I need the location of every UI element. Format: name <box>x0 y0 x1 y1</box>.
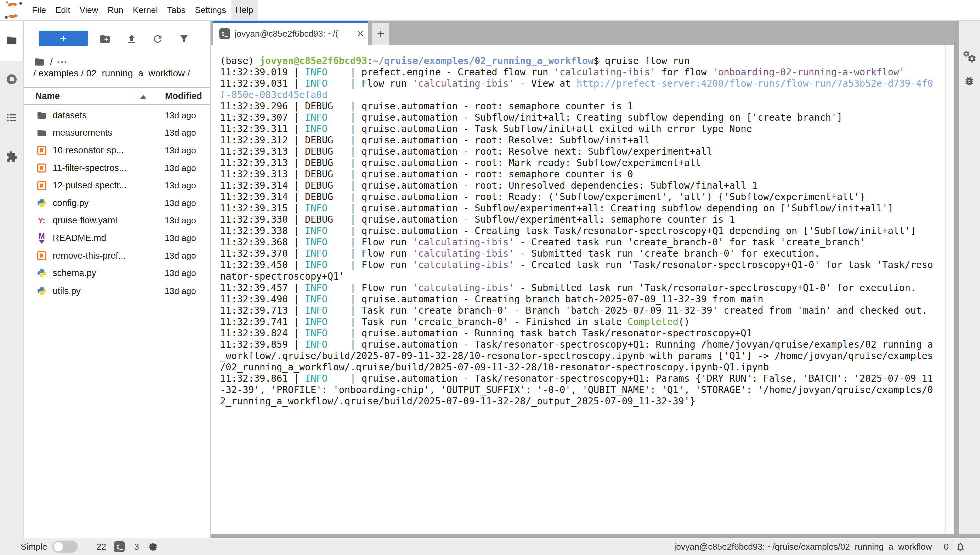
extension-manager-icon[interactable] <box>6 151 18 165</box>
python-file-icon <box>37 198 47 208</box>
breadcrumb: / ··· <box>34 56 68 68</box>
file-row[interactable]: 10-resonator-sp...13d ago <box>24 142 210 159</box>
breadcrumb-home-icon[interactable] <box>34 57 45 67</box>
file-name: qruise-flow.yaml <box>53 215 117 226</box>
file-row[interactable]: 12-pulsed-spectr...13d ago <box>24 177 210 194</box>
file-row[interactable]: 11-filter-spectros...13d ago <box>24 159 210 177</box>
file-name: 10-resonator-sp... <box>53 146 124 156</box>
sort-ascending-icon[interactable] <box>140 95 147 99</box>
panel-divider[interactable] <box>954 21 959 537</box>
status-bar: Simple 22 $_ 3 jovyan@c85e2f6bcd93: ~/qr… <box>0 537 980 555</box>
new-folder-icon[interactable] <box>99 34 111 45</box>
file-row[interactable]: measurements13d ago <box>24 124 210 142</box>
python-file-icon <box>37 286 47 296</box>
file-name: schema.py <box>53 268 96 279</box>
new-launcher-button[interactable]: + <box>39 30 88 46</box>
terminal-scrollbar[interactable] <box>945 45 954 537</box>
menu-run[interactable]: Run <box>103 0 128 20</box>
file-name: config.py <box>53 198 89 209</box>
markdown-file-icon: M <box>37 233 47 243</box>
table-of-contents-icon[interactable] <box>6 112 18 126</box>
file-modified: 13d ago <box>165 198 196 209</box>
file-browser-icon[interactable] <box>6 35 18 49</box>
file-row[interactable]: utils.py13d ago <box>24 282 210 300</box>
notebook-file-icon <box>37 163 47 173</box>
menu-view[interactable]: View <box>75 0 103 20</box>
file-modified: 13d ago <box>165 251 196 261</box>
file-list-header: Name Modified <box>24 87 210 105</box>
terminal-status-icon[interactable]: $_ <box>114 541 125 552</box>
debugger-icon[interactable] <box>964 75 975 89</box>
menu-items: FileEditViewRunKernelTabsSettingsHelp <box>27 0 258 20</box>
file-modified: 13d ago <box>165 215 196 226</box>
folder-file-icon <box>37 111 47 120</box>
menu-kernel[interactable]: Kernel <box>128 0 162 20</box>
file-browser-panel: + / ··· / examples / 02_running_a_workfl… <box>24 21 211 537</box>
file-name: 11-filter-spectros... <box>53 163 127 173</box>
breadcrumb-path[interactable]: / examples / 02_running_a_workflow / <box>34 68 190 80</box>
terminal[interactable]: (base) jovyan@c85e2f6bcd93:~/qruise/exam… <box>211 45 954 537</box>
bottom-band <box>211 534 980 537</box>
menu-settings[interactable]: Settings <box>190 0 231 20</box>
left-sidebar <box>0 21 24 537</box>
notebook-file-icon <box>37 181 47 191</box>
simple-mode-toggle[interactable] <box>52 541 78 553</box>
file-modified: 13d ago <box>165 233 196 244</box>
file-list: datasets13d agomeasurements13d ago10-res… <box>24 107 210 300</box>
file-row[interactable]: remove-this-pref...13d ago <box>24 247 210 265</box>
kernel-count: 3 <box>134 542 139 552</box>
property-inspector-icon[interactable] <box>962 50 977 66</box>
refresh-icon[interactable] <box>152 34 163 45</box>
tab-close-icon[interactable]: ✕ <box>357 29 364 39</box>
python-file-icon <box>37 268 47 279</box>
folder-file-icon <box>37 128 47 138</box>
file-modified: 13d ago <box>165 268 196 279</box>
main-area: $_ jovyan@c85e2f6bcd93: ~/( ✕ + (base) j… <box>211 21 954 537</box>
menu-edit[interactable]: Edit <box>51 0 75 20</box>
file-name: measurements <box>53 128 112 138</box>
running-terminals-icon[interactable] <box>6 73 18 88</box>
file-name: remove-this-pref... <box>53 251 126 261</box>
right-sidebar <box>959 21 980 537</box>
terminal-tab[interactable]: $_ jovyan@c85e2f6bcd93: ~/( ✕ <box>213 21 368 45</box>
file-modified: 13d ago <box>165 128 196 138</box>
column-header-name[interactable]: Name <box>35 88 60 104</box>
notification-bell-icon[interactable] <box>955 542 965 552</box>
terminal-tab-icon: $_ <box>219 28 230 39</box>
notebook-file-icon <box>37 251 47 261</box>
file-name: utils.py <box>53 286 81 296</box>
file-row[interactable]: Y:qruise-flow.yaml13d ago <box>24 212 210 230</box>
file-name: README.md <box>53 233 106 244</box>
menu-help[interactable]: Help <box>231 0 258 20</box>
file-modified: 13d ago <box>165 146 196 156</box>
new-tab-button[interactable]: + <box>372 23 389 45</box>
terminal-count: 22 <box>96 542 106 552</box>
terminal-cwd-status: jovyan@c85e2f6bcd93: ~/qruise/examples/0… <box>674 542 932 552</box>
file-modified: 13d ago <box>165 111 196 121</box>
jupyterlab-window: FileEditViewRunKernelTabsSettingsHelp + <box>0 0 980 555</box>
file-name: datasets <box>53 111 87 121</box>
file-row[interactable]: schema.py13d ago <box>24 265 210 282</box>
upload-icon[interactable] <box>126 34 137 45</box>
tab-bar: $_ jovyan@c85e2f6bcd93: ~/( ✕ + <box>211 21 954 45</box>
terminal-tab-title: jovyan@c85e2f6bcd93: ~/( <box>235 29 354 39</box>
file-row[interactable]: MREADME.md13d ago <box>24 229 210 247</box>
file-name: 12-pulsed-spectr... <box>53 180 127 191</box>
file-modified: 13d ago <box>165 286 196 296</box>
file-modified: 13d ago <box>165 180 196 191</box>
filter-icon[interactable] <box>179 34 190 45</box>
kernel-status-icon[interactable] <box>148 541 158 552</box>
simple-mode-label: Simple <box>21 542 47 552</box>
breadcrumb-ellipsis[interactable]: ··· <box>58 57 68 67</box>
menu-tabs[interactable]: Tabs <box>162 0 190 20</box>
notebook-file-icon <box>37 146 47 156</box>
terminal-output: (base) jovyan@c85e2f6bcd93:~/qruise/exam… <box>220 55 941 537</box>
column-header-modified[interactable]: Modified <box>165 88 202 104</box>
menu-file[interactable]: File <box>27 0 51 20</box>
yaml-file-icon: Y: <box>37 216 47 226</box>
jupyter-logo-icon[interactable] <box>3 1 23 19</box>
notification-count: 0 <box>944 542 949 552</box>
file-row[interactable]: config.py13d ago <box>24 194 210 212</box>
file-modified: 13d ago <box>165 163 196 173</box>
file-row[interactable]: datasets13d ago <box>24 107 210 124</box>
